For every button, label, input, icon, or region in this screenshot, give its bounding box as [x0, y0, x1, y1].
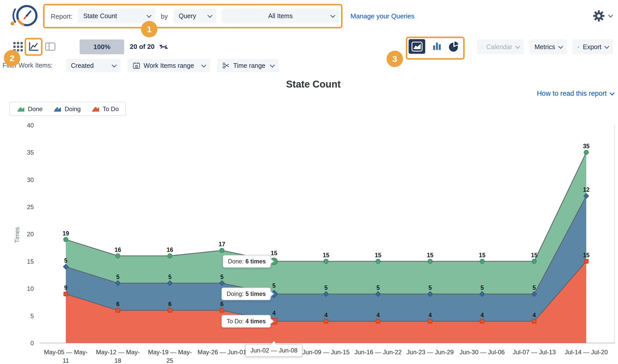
chevron-down-icon [201, 62, 206, 68]
marker-to-do[interactable] [584, 259, 588, 263]
metrics-dropdown[interactable]: Metrics [529, 39, 567, 54]
calendar-dropdown[interactable]: Calendar [477, 39, 524, 54]
marker-to-do[interactable] [428, 319, 432, 323]
how-to-read-link[interactable]: How to read this report [537, 90, 614, 98]
zoom-level-button[interactable]: 100% [80, 39, 124, 54]
legend-item-todo[interactable]: To Do [91, 105, 119, 113]
annotation-badge-2: 2 [4, 50, 20, 66]
chevron-down-icon [146, 13, 152, 18]
area-done [66, 152, 586, 294]
marker-done[interactable] [116, 254, 120, 258]
chevron-down-icon [112, 62, 117, 68]
legend-item-done[interactable]: Done [17, 105, 42, 113]
annotation-badge-3: 3 [387, 51, 403, 67]
value-label: 4 [324, 312, 328, 318]
report-type-select[interactable]: State Count [78, 8, 155, 23]
state-count-chart[interactable]: 0510152025303540Times9666444444155555555… [0, 113, 618, 364]
export-label: Export [583, 43, 601, 51]
refresh-icon [158, 42, 169, 52]
x-axis-category-label: May-05 — May-11 [44, 349, 88, 364]
chevron-down-icon [207, 13, 212, 18]
legend-item-doing[interactable]: Doing [53, 105, 81, 113]
value-label: 19 [62, 230, 69, 237]
y-axis-tick-label: 10 [27, 285, 34, 292]
marker-to-do[interactable] [324, 319, 328, 323]
work-items-range-label: Work Items range [144, 62, 194, 69]
export-dropdown[interactable]: Export [572, 39, 613, 54]
created-filter-dropdown[interactable]: Created [66, 59, 121, 72]
marker-to-do[interactable] [532, 319, 536, 323]
value-label: 15 [479, 252, 486, 259]
y-axis-tick-label: 25 [27, 204, 34, 210]
value-label: 5 [532, 284, 536, 291]
value-label: 4 [532, 312, 536, 318]
done-series-icon [17, 106, 25, 112]
value-label: 5 [481, 284, 484, 291]
value-label: 5 [324, 284, 328, 291]
value-label: 5 [116, 274, 120, 280]
x-axis-category-label: May-26 — Jun-01 [198, 349, 247, 356]
marker-done[interactable] [220, 248, 224, 253]
chart-view-button[interactable] [28, 41, 39, 53]
marker-to-do[interactable] [64, 292, 68, 296]
scissors-icon [222, 62, 230, 69]
time-range-dropdown[interactable]: Time range [217, 59, 279, 72]
marker-done[interactable] [168, 254, 172, 258]
tooltip-done: Done: 6 times [223, 255, 271, 268]
app-root: Report: State Count by Query All Items M… [0, 0, 618, 364]
manage-queries-link[interactable]: Manage your Queries [350, 12, 414, 20]
x-axis-category-label: Jun-16 — Jun-22 [355, 349, 402, 356]
detail-view-button[interactable] [44, 40, 56, 53]
work-items-range-dropdown[interactable]: Work Items range [127, 59, 210, 72]
annotation-badge-1: 1 [141, 21, 157, 37]
settings-button[interactable] [592, 9, 612, 23]
line-chart-icon [28, 41, 39, 52]
marker-done[interactable] [480, 259, 484, 263]
y-axis-tick-label: 35 [27, 149, 34, 156]
value-label: 5 [376, 284, 380, 291]
area-chart-type-button[interactable] [409, 39, 425, 54]
query-items-select[interactable]: All Items [222, 8, 339, 23]
value-label: 16 [167, 247, 173, 253]
pie-chart-type-button[interactable] [446, 39, 461, 54]
marker-to-do[interactable] [168, 308, 172, 312]
value-label: 5 [272, 282, 276, 289]
app-logo-icon [9, 2, 39, 30]
marker-done[interactable] [428, 259, 432, 263]
marker-to-do[interactable] [220, 308, 224, 312]
value-label: 4 [481, 312, 484, 318]
panel-view-icon [45, 41, 56, 52]
y-axis-tick-label: 0 [30, 340, 34, 347]
report-type-value: State Count [83, 12, 117, 20]
value-label: 5 [168, 274, 172, 280]
pie-chart-icon [448, 41, 459, 52]
marker-to-do[interactable] [376, 319, 380, 323]
grid-icon [13, 42, 23, 51]
marker-to-do[interactable] [480, 319, 484, 323]
tooltip-doing-label: Doing: [227, 291, 243, 297]
how-to-read-label: How to read this report [537, 90, 607, 98]
y-axis-tick-label: 20 [27, 231, 34, 238]
value-label: 5 [220, 274, 224, 280]
legend-label-todo: To Do [103, 105, 119, 113]
marker-done[interactable] [532, 259, 536, 263]
value-label: 16 [115, 247, 121, 253]
query-type-select[interactable]: Query [174, 8, 216, 23]
marker-done[interactable] [64, 237, 68, 242]
y-axis-tick-label: 30 [27, 176, 34, 183]
chevron-down-icon [270, 62, 275, 68]
value-label: 6 [220, 301, 224, 307]
x-axis-category-label: Jul-14 — Jul-20 [565, 349, 608, 356]
marker-done[interactable] [584, 150, 589, 155]
value-label: 6 [116, 301, 120, 307]
x-axis-category-label: Jun-30 — Jul-06 [460, 349, 505, 356]
chevron-down-icon [515, 44, 520, 49]
bar-chart-type-button[interactable] [429, 39, 444, 54]
marker-done[interactable] [324, 259, 328, 263]
chevron-down-icon [604, 44, 609, 49]
tooltip-done-value: 6 times [246, 258, 266, 265]
marker-to-do[interactable] [116, 308, 120, 312]
value-label: 9 [64, 284, 68, 291]
refresh-button[interactable] [158, 41, 169, 52]
marker-done[interactable] [376, 259, 380, 263]
